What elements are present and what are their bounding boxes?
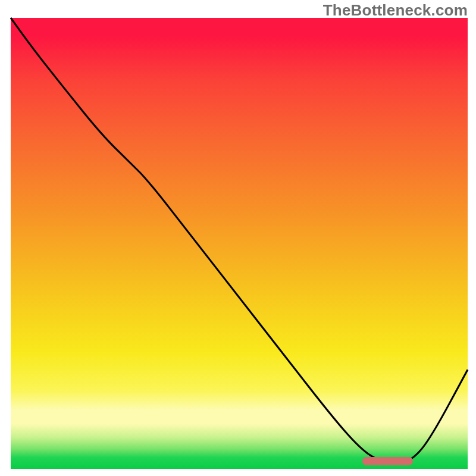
- watermark-label: TheBottleneck.com: [323, 1, 468, 20]
- chart-stage: TheBottleneck.com: [0, 0, 476, 476]
- minimum-range-marker: [362, 457, 412, 465]
- bottleneck-curve-layer: [11, 18, 468, 469]
- bottleneck-curve: [11, 18, 468, 464]
